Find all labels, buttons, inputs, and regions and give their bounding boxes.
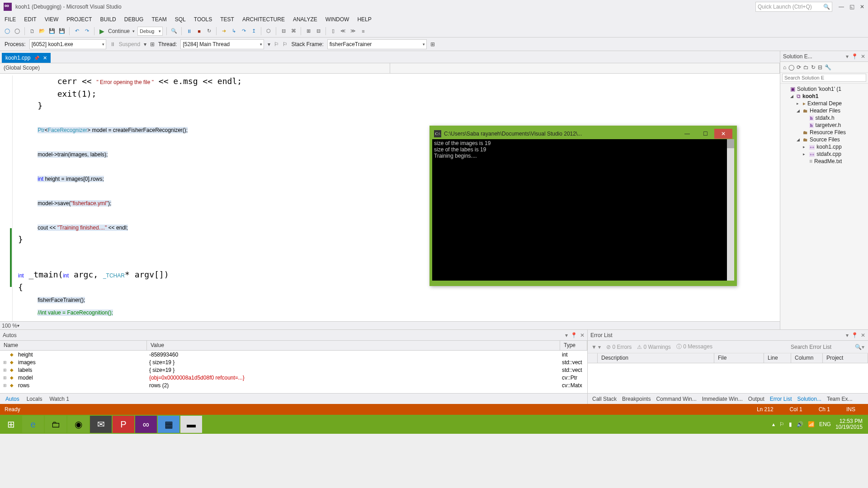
taskbar-app1[interactable]: ▦ xyxy=(158,416,179,433)
save-button[interactable]: 💾 xyxy=(48,28,56,35)
uncomment-button[interactable]: ⊟ xyxy=(315,28,322,35)
tab-command[interactable]: Command Win... xyxy=(653,394,699,404)
hex-button[interactable]: ⬡ xyxy=(265,28,272,35)
config-dropdown[interactable]: Debug xyxy=(137,27,163,36)
menu-build[interactable]: BUILD xyxy=(100,16,116,23)
start-button[interactable]: ⊞ xyxy=(0,415,22,434)
taskbar-mail[interactable]: ✉ xyxy=(90,416,112,433)
error-grid[interactable] xyxy=(588,363,868,393)
bookmark-button[interactable]: ▯ xyxy=(330,28,337,35)
console-scrollbar[interactable] xyxy=(727,139,734,281)
tab-solution[interactable]: Solution... xyxy=(795,394,824,404)
taskbar-console[interactable]: ▬ xyxy=(180,416,202,433)
tray-lang[interactable]: ENG xyxy=(819,421,831,427)
taskbar-ie[interactable]: e xyxy=(22,416,44,433)
taskbar-psiphon[interactable]: P xyxy=(113,416,134,433)
file-tab-kooh1[interactable]: kooh1.cpp 📌 ✕ xyxy=(2,53,51,63)
undo-button[interactable]: ↶ xyxy=(73,28,80,35)
cmd-button[interactable]: ⌘ xyxy=(290,28,297,35)
solution-tree[interactable]: Solution 'kooh1' (1 ◢kooh1 ▸External Dep… xyxy=(780,84,868,329)
stop-button[interactable]: ■ xyxy=(195,28,203,35)
step-into-button[interactable]: ↳ xyxy=(230,28,237,35)
back-icon[interactable]: ◯ xyxy=(788,64,794,70)
menu-edit[interactable]: EDIT xyxy=(24,16,36,23)
console-close[interactable]: ✕ xyxy=(714,129,732,139)
sync-icon[interactable]: ⟳ xyxy=(797,64,801,70)
restart-button[interactable]: ↻ xyxy=(205,28,212,35)
tab-immediate[interactable]: Immediate Win... xyxy=(699,394,745,404)
step-over-button[interactable]: ↷ xyxy=(240,28,247,35)
menu-window[interactable]: WINDOW xyxy=(326,16,349,23)
errors-count[interactable]: ⊘ 0 Errors xyxy=(606,344,632,350)
col-type[interactable]: Type xyxy=(560,341,587,350)
step-out-button[interactable]: ↥ xyxy=(250,28,257,35)
solution-search-input[interactable] xyxy=(782,74,866,82)
scope-dropdown[interactable]: (Global Scope) xyxy=(0,63,390,73)
tab-callstack[interactable]: Call Stack xyxy=(590,394,619,404)
dropdown-icon[interactable]: ▾ xyxy=(846,53,849,60)
member-dropdown[interactable] xyxy=(390,63,780,73)
minimize-button[interactable]: — xyxy=(839,4,844,10)
tray-up-icon[interactable]: ▴ xyxy=(772,421,775,427)
tray-battery-icon[interactable]: ▮ xyxy=(789,421,792,427)
menu-test[interactable]: TEST xyxy=(220,16,234,23)
menu-architecture[interactable]: ARCHITECTURE xyxy=(242,16,285,23)
warnings-count[interactable]: ⚠ 0 Warnings xyxy=(637,344,671,350)
show-next-button[interactable]: ➜ xyxy=(220,28,227,35)
open-file-button[interactable]: 📂 xyxy=(38,28,46,35)
refresh-icon[interactable]: ↻ xyxy=(811,64,816,70)
properties-icon[interactable]: 🔧 xyxy=(825,64,831,70)
redo-button[interactable]: ↷ xyxy=(83,28,90,35)
close-button[interactable]: ✕ xyxy=(860,4,864,10)
taskbar-chrome[interactable]: ◉ xyxy=(67,416,89,433)
continue-button[interactable]: ▶ xyxy=(98,28,105,35)
tab-watch1[interactable]: Watch 1 xyxy=(46,394,73,404)
console-titlebar[interactable]: C:\ C:\Users\Saba rayaneh\Documents\Visu… xyxy=(432,128,734,139)
indent-right-button[interactable]: ≫ xyxy=(349,28,357,35)
console-maximize[interactable]: ☐ xyxy=(696,129,714,139)
messages-count[interactable]: ⓘ 0 Messages xyxy=(676,343,712,351)
menu-project[interactable]: PROJECT xyxy=(66,16,92,23)
col-name[interactable]: Name xyxy=(0,341,147,350)
tab-breakpoints[interactable]: Breakpoints xyxy=(619,394,653,404)
menu-sql[interactable]: SQL xyxy=(175,16,186,23)
console-window[interactable]: C:\ C:\Users\Saba rayaneh\Documents\Visu… xyxy=(429,126,737,286)
stack-frame-dropdown[interactable]: fisherFaceTrainer xyxy=(327,39,427,49)
tab-errorlist[interactable]: Error List xyxy=(767,394,795,404)
menu-tools[interactable]: TOOLS xyxy=(194,16,212,23)
pin-icon[interactable]: 📌 xyxy=(34,56,39,61)
console-minimize[interactable]: — xyxy=(678,129,696,139)
thread-dropdown[interactable]: [5284] Main Thread xyxy=(180,39,264,49)
tab-team[interactable]: Team Ex... xyxy=(824,394,855,404)
format-button[interactable]: ≡ xyxy=(359,28,367,35)
close-pane-button[interactable]: ✕ xyxy=(861,53,865,60)
indent-left-button[interactable]: ≪ xyxy=(340,28,347,35)
error-search-input[interactable] xyxy=(791,344,849,350)
menu-help[interactable]: HELP xyxy=(357,16,371,23)
menu-analyze[interactable]: ANALYZE xyxy=(293,16,317,23)
collapse-icon[interactable]: ⊟ xyxy=(818,64,822,70)
save-all-button[interactable]: 💾 xyxy=(58,28,66,35)
autos-grid[interactable]: ◆height-858993460int⊞◆images{ size=19 }s… xyxy=(0,351,587,393)
taskbar-vs[interactable]: ∞ xyxy=(135,416,157,433)
tray-volume-icon[interactable]: 🔊 xyxy=(797,421,803,427)
menu-debug[interactable]: DEBUG xyxy=(124,16,144,23)
pin-icon[interactable]: 📍 xyxy=(851,53,858,60)
close-tab-button[interactable]: ✕ xyxy=(43,55,47,61)
tray-network-icon[interactable]: 📶 xyxy=(808,421,815,427)
tray-clock[interactable]: 12:53 PM10/19/2015 xyxy=(835,418,864,430)
process-dropdown[interactable]: [6052] kooh1.exe xyxy=(29,39,106,49)
tab-autos[interactable]: Autos xyxy=(2,394,23,404)
breakpoints-button[interactable]: ⊟ xyxy=(280,28,287,35)
system-tray[interactable]: ▴ ⚐ ▮ 🔊 📶 ENG 12:53 PM10/19/2015 xyxy=(772,418,868,430)
zoom-indicator[interactable]: 100 % ▾ xyxy=(0,321,780,329)
filter-icon[interactable]: ▼ ▾ xyxy=(591,344,601,350)
find-button[interactable]: 🔍 xyxy=(170,28,178,35)
search-icon[interactable]: 🔍▾ xyxy=(855,344,864,350)
pause-button[interactable]: ⏸ xyxy=(185,28,193,35)
nav-fwd-button[interactable]: ◯ xyxy=(14,28,21,35)
quick-launch-input[interactable]: Quick Launch (Ctrl+Q)🔍 xyxy=(755,2,832,12)
col-value[interactable]: Value xyxy=(147,341,560,350)
maximize-button[interactable]: ◱ xyxy=(849,4,854,10)
console-output[interactable]: size of the images is 19 size of the lab… xyxy=(432,139,734,281)
